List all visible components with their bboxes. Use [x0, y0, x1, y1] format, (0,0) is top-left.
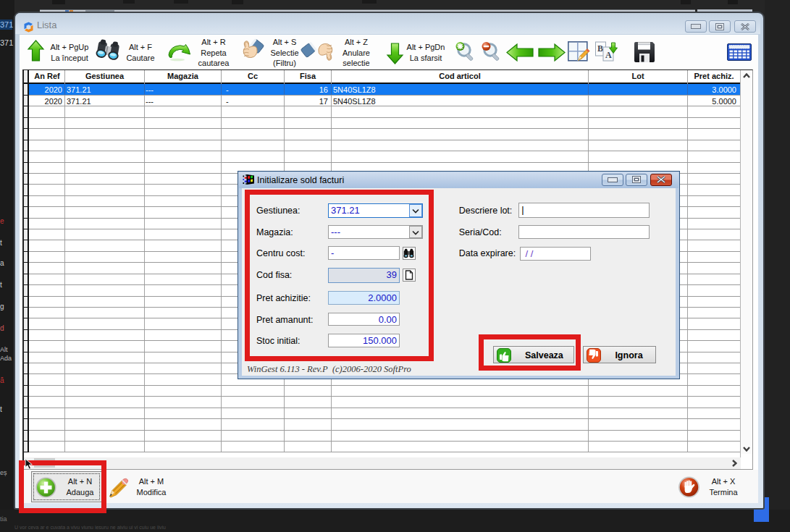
svg-text:B: B — [597, 43, 603, 54]
svg-text:A: A — [605, 50, 612, 60]
